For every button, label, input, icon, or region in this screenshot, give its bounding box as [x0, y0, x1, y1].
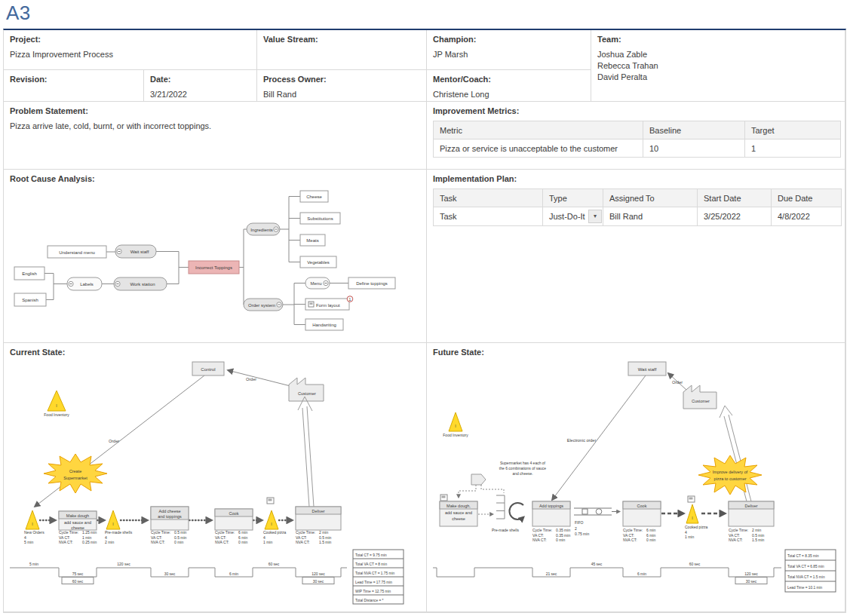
- project-label: Project:: [10, 35, 250, 44]
- burst-label: pizza to customer: [713, 477, 746, 481]
- plan-table: Task Type Assigned To Start Date Due Dat…: [433, 188, 842, 226]
- data-label: NVA CT:: [623, 538, 637, 542]
- type-dropdown-button[interactable]: ▾: [588, 210, 602, 223]
- project-field: Project: Pizza Improvement Process: [4, 30, 257, 70]
- customer-label: Customer: [692, 399, 710, 403]
- fifo-lane-icon[interactable]: [574, 508, 612, 515]
- fifo-time: 0.75 min: [575, 532, 589, 536]
- shipment-arrow[interactable]: [298, 397, 314, 507]
- metrics-label: Improvement Metrics:: [433, 106, 839, 115]
- project-value[interactable]: Pizza Improvement Process: [10, 49, 250, 60]
- current-state-section: Current State: Order Order Control Custo…: [4, 343, 427, 612]
- factory-icon[interactable]: [289, 378, 324, 401]
- data-value: 2 min: [319, 530, 328, 535]
- team-member[interactable]: Rebecca Trahan: [597, 60, 839, 72]
- supermarket-shelf-icon[interactable]: [496, 495, 505, 519]
- timeline-value: 30 sec: [164, 572, 176, 576]
- queue-name: Cooked pizza: [685, 525, 708, 529]
- value-stream-field: Value Stream:: [257, 30, 427, 70]
- inventory-i: I: [112, 522, 113, 526]
- data-label: VA CT:: [151, 535, 162, 540]
- plan-type-cell[interactable]: Just-Do-It ▾: [543, 207, 603, 226]
- data-value: 6 min: [646, 533, 655, 538]
- electronic-order-arrow[interactable]: [552, 375, 646, 500]
- burst-shape[interactable]: [44, 454, 107, 493]
- plan-task-cell[interactable]: Task: [434, 207, 543, 226]
- plan-due-cell[interactable]: 4/8/2022: [772, 207, 842, 226]
- team-member[interactable]: Joshua Zable: [597, 49, 839, 60]
- process-title: Add cheese: [158, 509, 180, 513]
- process-title: Cook: [637, 504, 647, 508]
- date-value[interactable]: 3/21/2022: [150, 89, 250, 100]
- mentor-value[interactable]: Christene Long: [433, 89, 585, 100]
- metric-baseline-cell[interactable]: 10: [643, 139, 745, 158]
- loop-arrow-icon[interactable]: [509, 503, 523, 519]
- metrics-col-metric: Metric: [434, 121, 643, 139]
- inventory-triangle-icon[interactable]: [106, 510, 120, 529]
- kanban-pentagon-icon[interactable]: [471, 474, 486, 485]
- plan-assigned-cell[interactable]: Bill Rand: [603, 207, 698, 226]
- data-value: 6 min: [238, 530, 247, 535]
- data-value: 0.25 min: [82, 540, 97, 544]
- node-label: English: [22, 271, 37, 276]
- metric-target-cell[interactable]: 1: [745, 139, 841, 158]
- factory-icon[interactable]: [683, 385, 717, 409]
- process-title: add sauce and: [64, 520, 91, 525]
- shipment-arrow[interactable]: [720, 406, 751, 501]
- plan-row: Task Just-Do-It ▾ Bill Rand 3/25/2022 4/…: [434, 207, 842, 226]
- queue-time: 1 min: [263, 540, 272, 544]
- data-label: NVA CT:: [215, 540, 229, 544]
- burst-shape[interactable]: [698, 455, 762, 495]
- metrics-col-baseline: Baseline: [643, 121, 745, 139]
- order-arrow[interactable]: [228, 370, 290, 386]
- problem-statement-section: Problem Statement: Pizza arrive late, co…: [4, 102, 427, 170]
- data-label: NVA CT:: [59, 540, 73, 544]
- fifo-item-icon: [582, 509, 588, 514]
- inventory-i: I: [271, 522, 272, 526]
- node-label: Labels: [80, 282, 94, 287]
- inventory-triangle-icon[interactable]: [449, 412, 462, 431]
- queue-qty: 4: [24, 535, 26, 540]
- process-title: Deliver: [744, 504, 757, 508]
- data-value: 0.5 min: [319, 535, 332, 540]
- customer-label: Customer: [298, 391, 316, 396]
- plan-start-cell[interactable]: 3/25/2022: [698, 207, 772, 226]
- data-value: 1.25 min: [82, 530, 97, 535]
- inventory-triangle-icon[interactable]: [686, 504, 698, 523]
- root-cause-label: Root Cause Analysis:: [10, 174, 95, 183]
- burst-label: Supermarket: [63, 476, 87, 480]
- data-value: 0 min: [238, 540, 247, 544]
- wait-staff-label: Wait staff: [638, 367, 657, 372]
- queue-name: New Orders: [24, 530, 44, 535]
- process-title: Cook: [229, 511, 239, 516]
- team-member[interactable]: David Peralta: [597, 72, 839, 83]
- summary-row: Lead Time = 17.75 min: [355, 581, 392, 584]
- node-label: Substitutions: [307, 216, 333, 221]
- data-label: VA CT:: [59, 535, 70, 540]
- inventory-triangle-icon[interactable]: [26, 510, 39, 529]
- data-label: Cycle Time:: [623, 528, 643, 532]
- champion-value[interactable]: JP Marsh: [433, 49, 585, 60]
- summary-row: Total VA CT = 8 min: [355, 562, 387, 566]
- date-field: Date: 3/21/2022: [144, 70, 257, 102]
- node-label: Vegetables: [307, 260, 330, 265]
- summary-row: Total NVA CT = 1.75 min: [355, 572, 395, 575]
- data-label: NVA CT:: [296, 540, 310, 544]
- queue-qty: 4: [685, 530, 687, 535]
- inventory-triangle-icon[interactable]: [265, 510, 278, 529]
- arrow-label: Order: [246, 377, 256, 382]
- checkbox-icon: [442, 496, 446, 498]
- current-state-map: Order Order Control Customer I Food Inve…: [4, 343, 427, 612]
- note-text: and cheese.: [512, 471, 532, 476]
- process-title: Add toppings: [539, 504, 563, 508]
- root-cause-diagram: Understand menu Wait staff English Spani…: [4, 170, 427, 343]
- process-title: Make dough: [66, 513, 89, 518]
- plan-header-row: Task Type Assigned To Start Date Due Dat…: [434, 189, 842, 207]
- date-label: Date:: [150, 75, 250, 84]
- problem-text[interactable]: Pizza arrive late, cold, burnt, or with …: [10, 121, 420, 132]
- timeline-value: 21 sec: [546, 572, 557, 576]
- queue-time: 2 min: [105, 540, 114, 544]
- process-owner-value[interactable]: Bill Rand: [263, 89, 420, 100]
- metric-name-cell[interactable]: Pizza or service is unacceptable to the …: [434, 139, 643, 158]
- timeline-value: 45 sec: [591, 562, 603, 566]
